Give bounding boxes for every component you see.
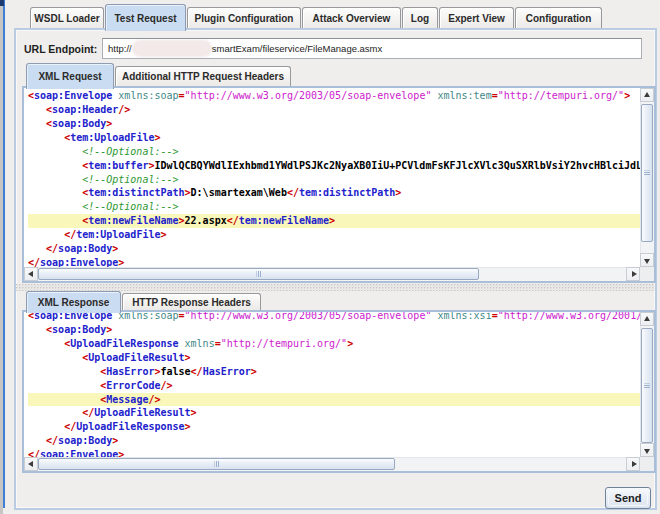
code-line[interactable]: <soap:Body> [28, 117, 640, 131]
code-line[interactable]: </UploadFileResult> [28, 406, 640, 420]
response-vertical-scrollbar-thumb[interactable] [641, 328, 653, 443]
code-line-highlighted[interactable]: <tem:newFileName>22.aspx</tem:newFileNam… [28, 214, 640, 228]
tab-additional-http-request-headers[interactable]: Additional HTTP Request Headers [115, 66, 291, 86]
send-button[interactable]: Send [605, 487, 651, 509]
tab-xml-response-label: XML Response [38, 297, 110, 308]
xml-request-code[interactable]: <soap:Envelope xmlns:soap="http://www.w3… [24, 89, 640, 267]
response-scroll-down-button[interactable] [640, 443, 654, 457]
response-scroll-left-button[interactable] [24, 457, 38, 471]
code-line[interactable]: </UploadFileResponse> [28, 420, 640, 434]
ws-attacker-window: { "main_tabs": { "items": [ {"label": "W… [0, 0, 660, 514]
code-line[interactable]: <UploadFileResponse xmlns="http://tempur… [28, 337, 640, 351]
tab-log[interactable]: Log [402, 7, 438, 29]
request-vertical-scrollbar[interactable] [640, 88, 654, 267]
request-scroll-up-button[interactable] [640, 88, 654, 102]
request-scroll-down-button[interactable] [640, 253, 654, 267]
request-horizontal-scrollbar[interactable] [24, 267, 640, 281]
xml-response-viewport[interactable]: <soap:Envelope xmlns:soap="http://www.w3… [24, 312, 640, 457]
send-button-label: Send [615, 492, 642, 504]
code-line[interactable]: <soap:Header/> [28, 103, 640, 117]
request-scroll-left-button[interactable] [24, 267, 38, 281]
code-line[interactable]: <HasError>false</HasError> [28, 365, 640, 379]
left-arrow-icon [28, 461, 33, 467]
code-line[interactable]: <soap:Envelope xmlns:soap="http://www.w3… [28, 89, 640, 103]
tab-expert-view[interactable]: Expert View [439, 7, 514, 29]
up-arrow-icon [644, 316, 650, 321]
thumb-grip-icon [644, 171, 650, 176]
url-endpoint-redaction [134, 42, 210, 55]
response-scroll-up-button[interactable] [640, 312, 654, 326]
request-vertical-scrollbar-thumb[interactable] [641, 104, 653, 242]
tab-plugin-configuration-label: Plugin Configuration [195, 13, 294, 24]
response-scrollbar-corner [640, 457, 654, 471]
request-scrollbar-corner [640, 267, 654, 281]
code-line[interactable]: </soap:Body> [28, 242, 640, 256]
response-horizontal-scrollbar-thumb[interactable] [38, 458, 395, 470]
tab-http-response-headers-label: HTTP Response Headers [132, 297, 251, 308]
code-line[interactable]: <!--Optional:--> [28, 145, 640, 159]
tab-log-label: Log [411, 13, 429, 24]
code-line[interactable]: <!--Optional:--> [28, 200, 640, 214]
url-endpoint-prefix: http:// [108, 43, 132, 54]
thumb-grip-icon [214, 461, 219, 467]
xml-request-editor: <soap:Envelope xmlns:soap="http://www.w3… [22, 86, 656, 283]
thumb-grip-icon [256, 271, 261, 277]
code-line[interactable]: <soap:Body> [28, 323, 640, 337]
tab-configuration-label: Configuration [526, 13, 592, 24]
tab-attack-overview[interactable]: Attack Overview [302, 7, 401, 29]
code-line[interactable]: <tem:buffer>IDwlQCBQYWdlIExhbmd1YWdlPSJK… [28, 159, 640, 173]
down-arrow-icon [644, 449, 650, 454]
window-border-accent [3, 0, 5, 508]
response-scroll-right-button[interactable] [626, 457, 640, 471]
tab-http-response-headers[interactable]: HTTP Response Headers [122, 293, 261, 310]
url-endpoint-input[interactable]: http://smartExam/fileservice/FileManage.… [102, 38, 642, 59]
code-line[interactable]: <tem:UploadFile> [28, 131, 640, 145]
xml-response-code[interactable]: <soap:Envelope xmlns:soap="http://www.w3… [24, 312, 640, 457]
url-endpoint-label: URL Endpoint: [24, 43, 97, 55]
tab-expert-view-label: Expert View [448, 13, 505, 24]
response-horizontal-scrollbar[interactable] [24, 457, 640, 471]
code-line[interactable]: <ErrorCode/> [28, 379, 640, 393]
right-arrow-icon [632, 461, 637, 467]
tab-configuration[interactable]: Configuration [515, 7, 602, 29]
thumb-grip-icon [644, 383, 650, 388]
tab-plugin-configuration[interactable]: Plugin Configuration [187, 7, 301, 29]
tab-test-request[interactable]: Test Request [105, 4, 186, 31]
xml-request-viewport[interactable]: <soap:Envelope xmlns:soap="http://www.w3… [24, 88, 640, 267]
code-line[interactable]: </tem:UploadFile> [28, 228, 640, 242]
url-endpoint-path: smartExam/fileservice/FileManage.asmx [212, 43, 383, 54]
response-vertical-scrollbar[interactable] [640, 312, 654, 457]
tab-xml-request[interactable]: XML Request [26, 63, 114, 89]
tab-additional-http-request-headers-label: Additional HTTP Request Headers [122, 71, 284, 82]
tab-xml-response[interactable]: XML Response [26, 291, 121, 313]
request-horizontal-scrollbar-thumb[interactable] [38, 268, 479, 280]
tab-attack-overview-label: Attack Overview [313, 13, 391, 24]
right-arrow-icon [632, 271, 637, 277]
tab-test-request-label: Test Request [114, 13, 176, 24]
code-line[interactable]: </soap:Envelope> [28, 448, 640, 457]
code-line[interactable]: <!--Optional:--> [28, 173, 640, 187]
request-scroll-right-button[interactable] [626, 267, 640, 281]
tab-wsdl-loader[interactable]: WSDL Loader [30, 7, 104, 29]
left-arrow-icon [28, 271, 33, 277]
tab-wsdl-loader-label: WSDL Loader [34, 13, 99, 24]
split-pane-divider[interactable] [16, 284, 655, 291]
code-line[interactable]: </soap:Envelope> [28, 256, 640, 267]
code-line[interactable]: </soap:Body> [28, 434, 640, 448]
tab-xml-request-label: XML Request [38, 71, 101, 82]
code-line[interactable]: <tem:distinctPath>D:\smartexam\Web</tem:… [28, 186, 640, 200]
code-line-highlighted[interactable]: <Message/> [28, 393, 640, 407]
down-arrow-icon [644, 259, 650, 264]
up-arrow-icon [644, 92, 650, 97]
code-line[interactable]: <soap:Envelope xmlns:soap="http://www.w3… [28, 312, 640, 323]
xml-response-editor: <soap:Envelope xmlns:soap="http://www.w3… [22, 310, 656, 473]
window-border-corner [0, 0, 4, 6]
code-line[interactable]: <UploadFileResult> [28, 351, 640, 365]
